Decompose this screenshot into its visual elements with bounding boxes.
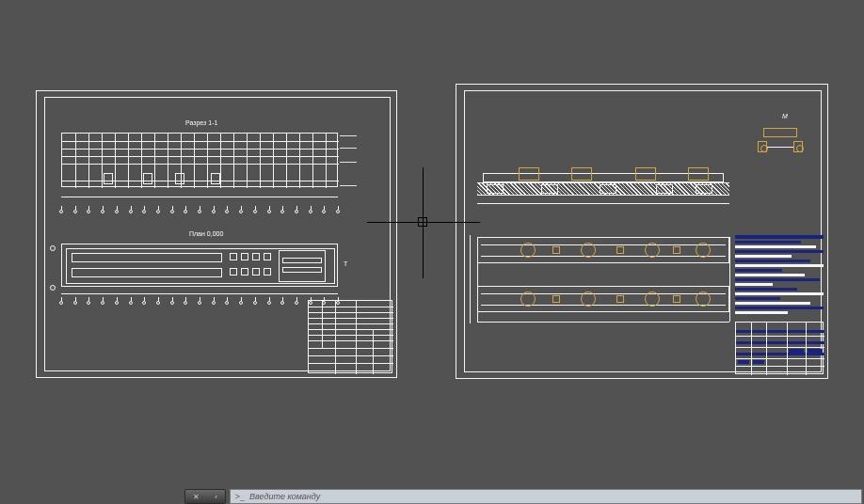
axis-marker	[73, 301, 77, 305]
axis-marker	[156, 301, 160, 305]
title-block-right-sheet	[735, 235, 824, 374]
axis-marker	[198, 301, 201, 305]
axis-marker	[267, 301, 271, 305]
detail-callout: М	[782, 113, 788, 119]
axis-marker	[170, 301, 174, 305]
track-plan	[477, 231, 729, 325]
detail-assembly	[758, 124, 803, 156]
axis-marker	[267, 210, 271, 213]
axis-marker	[309, 301, 312, 305]
chevron-icon[interactable]: ‹	[215, 493, 217, 501]
plan-drawing-outer	[61, 244, 338, 287]
axis-marker	[295, 210, 298, 213]
section-title: Разрез 1-1	[185, 119, 217, 126]
longitudinal-section	[477, 165, 729, 207]
model-space-canvas[interactable]: Разрез 1-1	[0, 0, 864, 504]
axis-marker	[73, 210, 77, 213]
command-placeholder: Введите команду	[249, 492, 320, 501]
sheet-2-frame[interactable]: М	[456, 84, 828, 379]
axis-marker	[253, 210, 257, 213]
axis-marker	[129, 301, 133, 305]
plan-title: План 0,000	[189, 230, 223, 237]
axis-marker	[115, 210, 119, 213]
plan-dim-line	[61, 293, 338, 294]
axis-marker	[309, 210, 312, 213]
axis-marker	[170, 210, 174, 213]
axis-marker	[59, 210, 63, 213]
section-drawing	[61, 133, 338, 187]
command-line-input[interactable]: >_ Введите команду	[230, 489, 862, 504]
title-block-left-sheet	[308, 300, 392, 373]
axis-marker-side	[50, 285, 56, 291]
axis-marker	[336, 301, 340, 305]
sheet-1-frame[interactable]: Разрез 1-1	[36, 90, 397, 378]
axis-marker	[198, 210, 201, 213]
close-icon[interactable]: ✕	[193, 493, 200, 501]
axis-marker	[156, 210, 160, 213]
axis-marker	[115, 301, 119, 305]
axis-marker	[253, 301, 257, 305]
plan-right-label: T	[344, 260, 347, 267]
axis-marker	[129, 210, 133, 213]
axis-marker	[295, 301, 298, 305]
axis-marker	[212, 301, 216, 305]
axis-marker	[336, 210, 340, 213]
crosshair-pickbox	[418, 217, 427, 227]
command-close-panel[interactable]: ✕ ‹	[184, 489, 226, 504]
command-prompt-icon: >_	[234, 491, 246, 502]
axis-marker	[212, 210, 216, 213]
axis-marker	[59, 301, 63, 305]
bottom-bar: ✕ ‹ >_ Введите команду	[0, 485, 864, 504]
axis-marker-side	[50, 245, 56, 251]
